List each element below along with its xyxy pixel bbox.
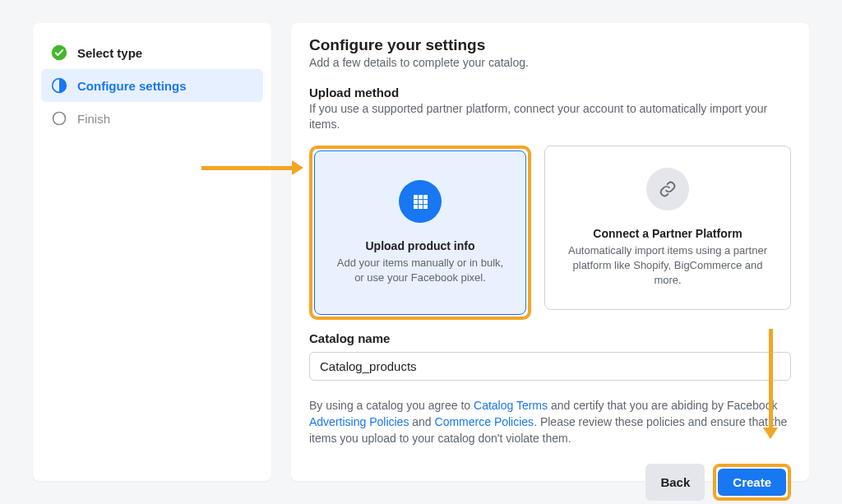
empty-circle-icon — [51, 110, 67, 127]
page-subtitle: Add a few details to complete your catal… — [309, 56, 791, 69]
footer-buttons: Back Create — [309, 464, 791, 501]
highlight-box-upload: Upload product info Add your items manua… — [309, 146, 531, 320]
highlight-box-create: Create — [713, 464, 791, 501]
step-label: Configure settings — [77, 79, 187, 93]
catalog-name-label: Catalog name — [309, 331, 791, 345]
option-desc: Add your items manually or in bulk, or u… — [331, 256, 509, 284]
page-title: Configure your settings — [309, 36, 791, 54]
back-button[interactable]: Back — [645, 464, 705, 501]
svg-point-2 — [53, 113, 66, 125]
agreement-text: By using a catalog you agree to Catalog … — [309, 397, 791, 447]
advertising-policies-link[interactable]: Advertising Policies — [309, 415, 409, 428]
step-configure-settings[interactable]: Configure settings — [41, 69, 263, 102]
step-select-type[interactable]: Select type — [41, 36, 263, 69]
option-title: Upload product info — [366, 239, 475, 252]
arrow-annotation-vertical — [763, 329, 778, 439]
option-upload-product-info[interactable]: Upload product info Add your items manua… — [314, 150, 526, 315]
half-circle-icon — [51, 77, 67, 94]
step-finish[interactable]: Finish — [41, 102, 263, 135]
upload-options: Upload product info Add your items manua… — [309, 146, 791, 320]
catalog-name-input[interactable] — [309, 352, 791, 381]
commerce-policies-link[interactable]: Commerce Policies — [435, 415, 534, 428]
step-label: Select type — [77, 46, 142, 60]
link-icon — [646, 168, 689, 210]
create-button[interactable]: Create — [718, 469, 786, 496]
step-label: Finish — [77, 112, 110, 126]
option-connect-partner[interactable]: Connect a Partner Platform Automatically… — [544, 146, 791, 310]
grid-icon — [399, 180, 442, 223]
option-desc: Automatically import items using a partn… — [562, 243, 774, 287]
option-title: Connect a Partner Platform — [593, 227, 742, 240]
sidebar: Select type Configure settings Finish — [33, 23, 271, 481]
upload-method-label: Upload method — [309, 86, 791, 99]
upload-method-help: If you use a supported partner platform,… — [309, 101, 791, 132]
check-circle-icon — [51, 44, 67, 61]
arrow-annotation-horizontal — [201, 160, 303, 175]
main-panel: Configure your settings Add a few detail… — [291, 23, 809, 481]
catalog-terms-link[interactable]: Catalog Terms — [474, 399, 548, 412]
